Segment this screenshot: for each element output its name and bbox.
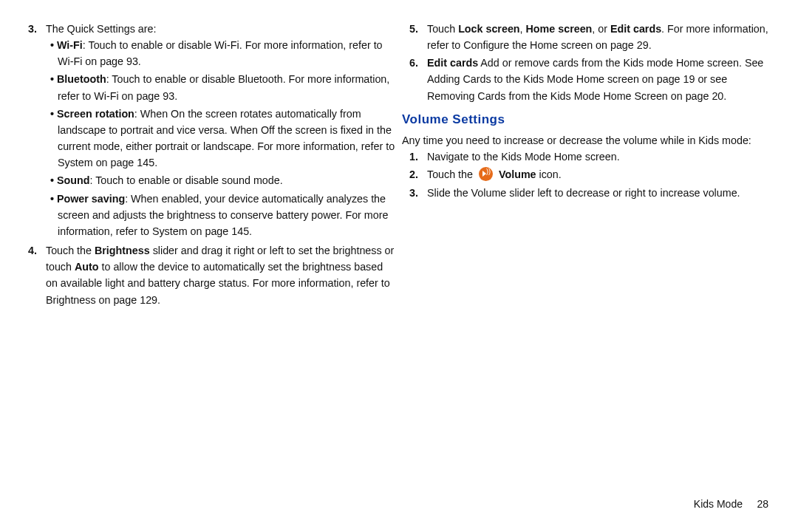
step-6: 6. Edit cards Add or remove cards from t… bbox=[402, 55, 777, 103]
section-heading-volume: Volume Settings bbox=[402, 110, 777, 129]
step-num: 3. bbox=[402, 185, 427, 201]
step-body: Touch Lock screen, Home screen, or Edit … bbox=[427, 21, 777, 53]
bullet-power-saving: Power saving: When enabled, your device … bbox=[46, 191, 396, 239]
ref-link: Configure the Home screen bbox=[463, 39, 596, 51]
bullet-wifi: Wi-Fi: Touch to enable or disable Wi-Fi.… bbox=[46, 37, 396, 69]
bullet-bluetooth: Bluetooth: Touch to enable or disable Bl… bbox=[46, 71, 396, 103]
section-name: Kids Mode bbox=[694, 498, 743, 510]
right-column: 5. Touch Lock screen, Home screen, or Ed… bbox=[399, 21, 777, 310]
step-3: 3. The Quick Settings are: Wi-Fi: Touch … bbox=[21, 21, 396, 241]
step-num: 1. bbox=[402, 149, 427, 165]
vol-step-1: 1. Navigate to the Kids Mode Home screen… bbox=[402, 149, 777, 165]
step-num: 2. bbox=[402, 166, 427, 183]
bullet-label: Power saving bbox=[57, 193, 125, 205]
ref-link: Removing Cards from the Kids Mode Home S… bbox=[427, 90, 671, 102]
step-5: 5. Touch Lock screen, Home screen, or Ed… bbox=[402, 21, 777, 53]
step-body: Touch the )) Volume icon. bbox=[427, 166, 777, 183]
ref-link: Wi-Fi bbox=[94, 90, 118, 102]
ref-link: Wi-Fi bbox=[58, 55, 82, 67]
step-body: Touch the Brightness slider and drag it … bbox=[46, 242, 396, 308]
bold-auto: Auto bbox=[75, 261, 99, 273]
ref-link: Brightness bbox=[46, 294, 99, 306]
bold-brightness: Brightness bbox=[95, 245, 150, 256]
step-body: Edit cards Add or remove cards from the … bbox=[427, 55, 777, 103]
volume-icon: )) bbox=[479, 167, 493, 181]
bullet-label: Screen rotation bbox=[57, 108, 134, 120]
section-intro: Any time you need to increase or decreas… bbox=[402, 132, 777, 149]
page-footer: Kids Mode 28 bbox=[694, 497, 768, 513]
step-body: The Quick Settings are: Wi-Fi: Touch to … bbox=[46, 21, 396, 241]
vol-step-3: 3. Slide the Volume slider left to decre… bbox=[402, 185, 777, 201]
bullet-label: Wi-Fi bbox=[57, 39, 83, 51]
bullet-sound: Sound: Touch to enable or disable sound … bbox=[46, 172, 396, 188]
bullet-screen-rotation: Screen rotation: When On the screen rota… bbox=[46, 106, 396, 171]
bullet-label: Bluetooth bbox=[57, 73, 106, 85]
left-column: 3. The Quick Settings are: Wi-Fi: Touch … bbox=[21, 21, 399, 310]
step-num: 5. bbox=[402, 21, 427, 53]
step-4: 4. Touch the Brightness slider and drag … bbox=[21, 242, 396, 308]
step-num: 4. bbox=[21, 242, 46, 308]
step-body: Navigate to the Kids Mode Home screen. bbox=[427, 149, 777, 165]
step-body: Slide the Volume slider left to decrease… bbox=[427, 185, 777, 201]
page-number: 28 bbox=[757, 498, 768, 510]
page: 3. The Quick Settings are: Wi-Fi: Touch … bbox=[0, 0, 798, 310]
ref-link: System bbox=[152, 225, 188, 237]
ref-link: Adding Cards to the Kids Mode Home scree… bbox=[427, 73, 642, 85]
bullet-label: Sound bbox=[57, 174, 89, 186]
step-intro: The Quick Settings are: bbox=[46, 21, 396, 37]
ref-link: System bbox=[58, 157, 93, 168]
step-num: 6. bbox=[402, 55, 427, 103]
step-num: 3. bbox=[21, 21, 46, 241]
vol-step-2: 2. Touch the )) Volume icon. bbox=[402, 166, 777, 183]
